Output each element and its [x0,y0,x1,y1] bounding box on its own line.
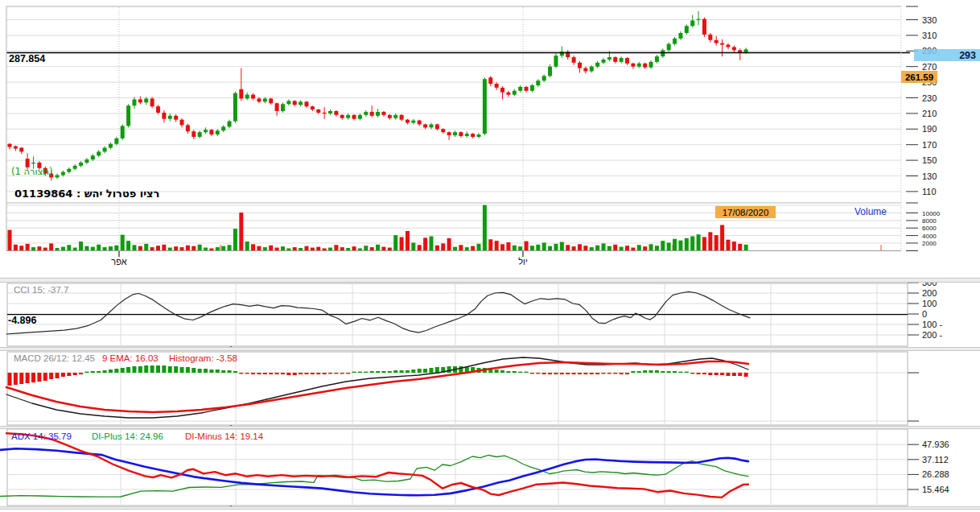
diminus-indicator-label: DI-Minus 14: 19.14 [185,431,263,442]
diplus-indicator-label: DI-Plus 14: 24.96 [92,431,163,442]
svg-text:4000: 4000 [922,233,937,240]
cci-level-label: -4.896 [8,316,36,327]
svg-text:37.112: 37.112 [922,455,949,465]
price-line-label: 287.854 [9,54,45,65]
configuration-label: (תצורה 1) [11,167,53,177]
panel-divider[interactable] [0,347,980,351]
volume-axis-title: Volume [854,207,887,217]
svg-text:190: 190 [922,124,937,134]
svg-text:8000: 8000 [922,217,937,225]
svg-text:15.464: 15.464 [922,485,949,494]
svg-text:26.288: 26.288 [922,469,949,479]
last-price-tag: 293 [914,49,980,61]
main-frame [6,6,918,251]
cci-panel: 3002001000100 -200 - [6,278,942,350]
trading-chart-window: 3303102902702502302101901701501301101000… [0,0,980,512]
ema-indicator-label: 9 EMA: 16.03 [102,353,159,364]
svg-text:330: 330 [922,15,937,25]
cci-indicator-label: CCI 15: -37.7 [14,285,68,295]
panel-divider[interactable] [0,278,980,283]
panel-divider[interactable] [0,506,980,510]
svg-text:אפר: אפר [111,257,127,266]
instrument-label: רציו פטרול יהש : 01139864 [14,188,159,200]
svg-text:310: 310 [922,31,937,40]
macd-indicator-label: MACD 26/12: 12.45 [14,353,95,364]
date-tag: 17/08/2020 [715,206,776,218]
svg-text:270: 270 [922,62,937,72]
svg-text:יול: יול [518,257,528,266]
svg-text:6000: 6000 [922,225,937,232]
svg-text:100: 100 [922,299,937,308]
svg-text:10000: 10000 [922,210,941,217]
alt-price-tag: 261.59 [901,71,937,83]
svg-text:47.936: 47.936 [922,440,949,449]
svg-text:130: 130 [922,171,937,181]
histogram-indicator-label: Histogram: -3.58 [169,353,237,364]
svg-text:200 -: 200 - [922,330,942,340]
adx-indicator-label: ADX 14: 35.79 [11,431,72,442]
svg-text:150: 150 [922,155,937,165]
svg-text:200: 200 [922,288,937,298]
svg-text:2000: 2000 [922,240,937,247]
svg-text:110: 110 [922,187,937,196]
svg-text:170: 170 [922,140,937,150]
panel-divider[interactable] [0,426,980,430]
svg-text:230: 230 [922,93,937,103]
svg-text:0: 0 [922,309,927,319]
svg-text:100 -: 100 - [922,320,942,329]
svg-text:210: 210 [922,109,937,118]
